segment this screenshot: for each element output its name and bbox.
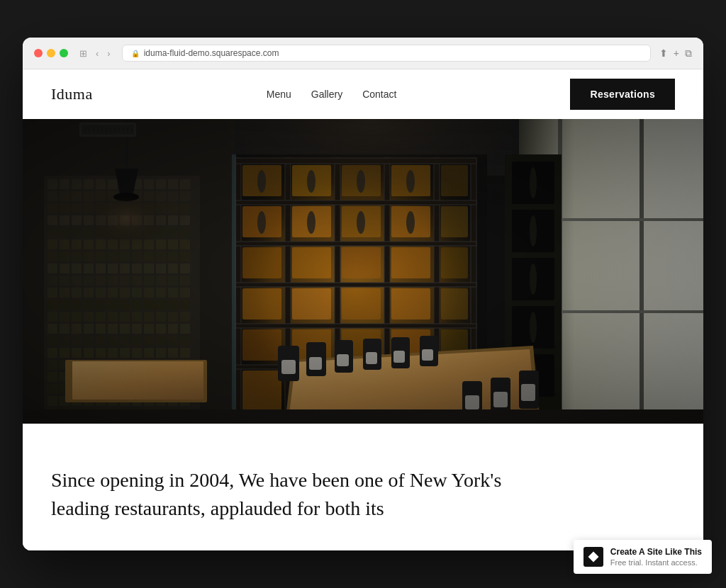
reservations-button[interactable]: Reservations [570, 79, 675, 110]
traffic-lights [34, 49, 68, 57]
minimize-button[interactable] [47, 49, 55, 57]
badge-text: Create A Site Like This Free trial. Inst… [610, 547, 702, 567]
share-icon[interactable]: ⬆ [659, 47, 668, 60]
lock-icon: 🔒 [131, 50, 140, 57]
nav-links: Menu Gallery Contact [267, 89, 397, 100]
badge-sub-text: Free trial. Instant access. [610, 558, 702, 567]
website-content: Iduma Menu Gallery Contact Reservations [23, 69, 703, 550]
url-text: iduma-fluid-demo.squarespace.com [144, 48, 279, 58]
intro-text: Since opening in 2004, We have been one … [51, 466, 533, 521]
window-controls-icon: ⊞ [77, 47, 90, 60]
nav-gallery-link[interactable]: Gallery [311, 89, 342, 100]
nav-menu-link[interactable]: Menu [267, 89, 291, 100]
hero-scene [23, 119, 703, 424]
hero-image-section [23, 119, 703, 424]
fullscreen-button[interactable] [60, 49, 68, 57]
back-button[interactable]: ‹ [93, 47, 101, 60]
forward-button[interactable]: › [104, 47, 113, 60]
close-button[interactable] [34, 49, 43, 57]
svg-rect-358 [23, 119, 703, 424]
browser-window: ⊞ ‹ › 🔒 iduma-fluid-demo.squarespace.com… [23, 38, 703, 550]
browser-nav-controls: ⊞ ‹ › [77, 47, 113, 60]
nav-contact-link[interactable]: Contact [362, 89, 396, 100]
squarespace-logo [583, 547, 603, 567]
tabs-icon[interactable]: ⧉ [685, 47, 692, 60]
navbar: Iduma Menu Gallery Contact Reservations [23, 69, 703, 119]
address-bar[interactable]: 🔒 iduma-fluid-demo.squarespace.com [122, 45, 651, 62]
browser-actions: ⬆ + ⧉ [659, 47, 692, 60]
browser-chrome: ⊞ ‹ › 🔒 iduma-fluid-demo.squarespace.com… [23, 38, 703, 69]
new-tab-icon[interactable]: + [674, 47, 679, 60]
badge-main-text: Create A Site Like This [610, 547, 702, 558]
squarespace-badge[interactable]: Create A Site Like This Free trial. Inst… [574, 540, 712, 574]
site-logo[interactable]: Iduma [51, 85, 93, 103]
content-section: Since opening in 2004, We have been one … [23, 424, 703, 550]
